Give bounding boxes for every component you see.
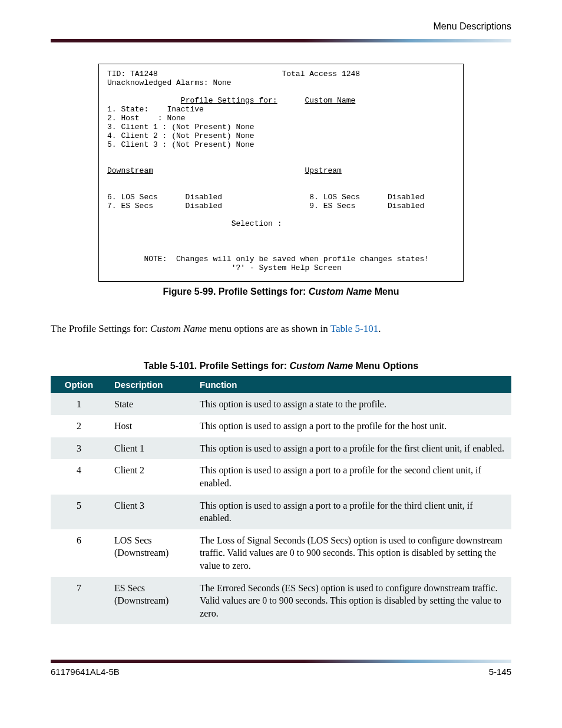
table-caption: Table 5-101. Profile Settings for: Custo… — [51, 361, 511, 371]
terminal-help: '?' - System Help Screen — [232, 263, 342, 272]
cell-description: State — [107, 393, 193, 416]
terminal-selection: Selection : — [232, 219, 282, 228]
figure-caption: Figure 5-99. Profile Settings for: Custo… — [51, 286, 511, 297]
cell-description: Client 1 — [107, 437, 193, 460]
terminal-upstream-hdr: Upstream — [305, 166, 341, 175]
terminal-tid: TID: TA1248 — [107, 70, 158, 78]
table-row: 2 Host This option is used to assign a p… — [51, 415, 511, 437]
table-caption-c: Menu Options — [353, 361, 418, 371]
page-footer: 61179641AL4-5B 5-145 — [51, 667, 511, 677]
cell-description: LOS Secs (Downstream) — [107, 529, 193, 577]
col-option: Option — [51, 376, 107, 393]
header-rule — [51, 39, 511, 42]
para-b: Custom Name — [150, 323, 207, 334]
terminal-line-2: 2. Host : None — [107, 114, 186, 123]
table-reference-link[interactable]: Table 5-101 — [330, 323, 378, 334]
footer-right: 5-145 — [489, 667, 511, 677]
cell-function: This option is used to assign a port to … — [193, 495, 511, 529]
table-row: 5 Client 3 This option is used to assign… — [51, 495, 511, 529]
para-c: menu options are as shown in — [207, 323, 330, 334]
table-caption-b: Custom Name — [290, 361, 353, 371]
table-row: 3 Client 1 This option is used to assign… — [51, 437, 511, 460]
table-caption-a: Table 5-101. Profile Settings for: — [144, 361, 290, 371]
terminal-ds-b: 7. ES Secs Disabled — [107, 202, 222, 210]
terminal-screen: TID: TA1248 Total Access 1248 Unacknowle… — [98, 64, 464, 282]
cell-option: 3 — [51, 437, 107, 460]
cell-option: 1 — [51, 393, 107, 416]
cell-function: The Loss of Signal Seconds (LOS Secs) op… — [193, 529, 511, 577]
terminal-device: Total Access 1248 — [282, 70, 360, 78]
figure-label-a: Figure 5-99. Profile Settings for: — [163, 286, 309, 297]
col-function: Function — [193, 376, 511, 393]
cell-option: 4 — [51, 459, 107, 494]
cell-description: Host — [107, 415, 193, 437]
cell-option: 5 — [51, 495, 107, 529]
footer-rule — [51, 660, 511, 663]
cell-option: 6 — [51, 529, 107, 577]
cell-description: Client 2 — [107, 459, 193, 494]
terminal-line-1: 1. State: Inactive — [107, 105, 204, 114]
cell-function: This option is used to assign a port to … — [193, 415, 511, 437]
cell-function: The Errored Seconds (ES Secs) option is … — [193, 577, 511, 625]
table-header-row: Option Description Function — [51, 376, 511, 393]
terminal-line-3: 3. Client 1 : (Not Present) None — [107, 123, 254, 131]
footer-left: 61179641AL4-5B — [51, 667, 120, 677]
terminal-settings-for: Profile Settings for: — [181, 96, 277, 105]
terminal-us-a: 8. LOS Secs Disabled — [309, 193, 424, 202]
terminal-line-4: 4. Client 2 : (Not Present) None — [107, 131, 254, 140]
terminal-ds-a: 6. LOS Secs Disabled — [107, 193, 222, 202]
para-a: The Profile Settings for: — [51, 323, 150, 334]
cell-description: Client 3 — [107, 495, 193, 529]
figure-label-b: Custom Name — [309, 286, 372, 297]
options-table: Option Description Function 1 State This… — [51, 376, 511, 625]
table-row: 1 State This option is used to assign a … — [51, 393, 511, 416]
cell-option: 2 — [51, 415, 107, 437]
terminal-downstream-hdr: Downstream — [107, 166, 153, 175]
terminal-us-b: 9. ES Secs Disabled — [309, 202, 424, 210]
cell-function: This option is used to assign a port to … — [193, 459, 511, 494]
table-row: 6 LOS Secs (Downstream) The Loss of Sign… — [51, 529, 511, 577]
document-page: Menu Descriptions TID: TA1248 Total Acce… — [0, 0, 562, 728]
terminal-custom-name: Custom Name — [305, 96, 355, 105]
figure-label-c: Menu — [372, 286, 399, 297]
table-row: 4 Client 2 This option is used to assign… — [51, 459, 511, 494]
table-row: 7 ES Secs (Downstream) The Errored Secon… — [51, 577, 511, 625]
cell-option: 7 — [51, 577, 107, 625]
terminal-note: NOTE: Changes will only be saved when pr… — [144, 255, 429, 263]
cell-function: This option is used to assign a port to … — [193, 437, 511, 460]
cell-function: This option is used to assign a state to… — [193, 393, 511, 416]
col-description: Description — [107, 376, 193, 393]
body-paragraph: The Profile Settings for: Custom Name me… — [51, 323, 511, 335]
running-header: Menu Descriptions — [51, 21, 511, 32]
cell-description: ES Secs (Downstream) — [107, 577, 193, 625]
para-d: . — [378, 323, 381, 334]
terminal-line-5: 5. Client 3 : (Not Present) None — [107, 140, 254, 149]
terminal-alarms: Unacknowledged Alarms: None — [107, 78, 232, 87]
